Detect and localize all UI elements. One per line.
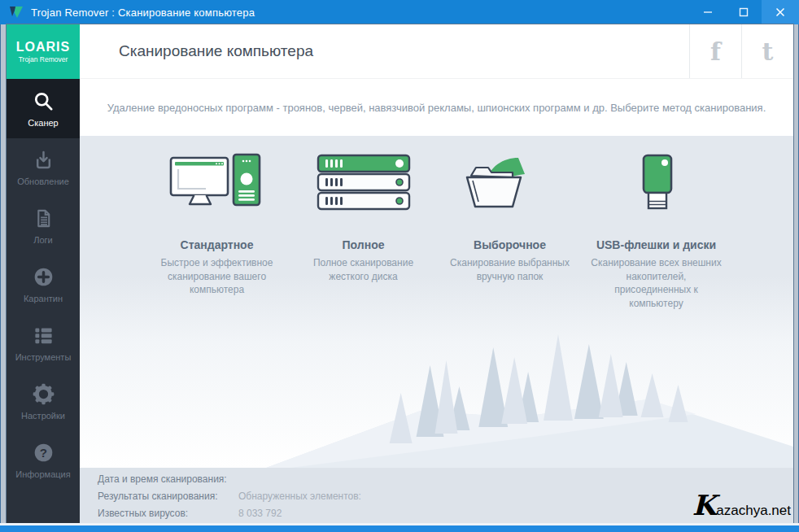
scan-option-custom[interactable]: Выборочное Сканирование выбранных вручну… [438,149,583,310]
folder-icon [438,149,583,217]
logo-subtitle: Trojan Remover [19,55,68,63]
window-controls [690,0,799,24]
maximize-button[interactable] [726,0,762,24]
sidebar-item-label: Логи [33,235,53,245]
page-title: Сканирование компьютера [80,42,313,60]
close-button[interactable] [762,0,799,24]
tools-icon [33,325,55,347]
download-icon [33,149,55,171]
app-logo-icon [8,4,24,20]
gear-icon [33,383,55,405]
sidebar-item-update[interactable]: Обновление [7,138,80,197]
sidebar-item-logs[interactable]: Логи [7,197,80,255]
minimize-button[interactable] [690,0,726,24]
scan-option-title: USB-флешки и диски [584,238,729,251]
scan-description-text: Удаление вредоносных программ - троянов,… [91,102,783,114]
info-icon: ? [33,442,55,464]
scan-options-row: Стандартное Быстрое и эффективное сканир… [80,136,793,310]
sidebar-item-label: Информация [15,469,70,479]
scan-option-full[interactable]: Полное Полное сканирование жесткого диск… [291,149,436,310]
sidebar-item-tools[interactable]: Инструменты [7,314,80,373]
scan-option-description: Быстрое и эффективное сканирование вашег… [145,256,290,297]
status-label: Результаты сканирования: [98,491,238,502]
scan-option-description: Сканирование выбранных вручную папок [438,256,583,283]
server-icon [291,149,436,217]
sidebar: LOARIS Trojan Remover Сканер [7,24,80,523]
scan-option-standard[interactable]: Стандартное Быстрое и эффективное сканир… [145,149,290,310]
usb-icon [584,149,729,217]
scan-option-usb[interactable]: USB-флешки и диски Сканирование всех вне… [584,149,729,310]
sidebar-item-quarantine[interactable]: Карантин [7,255,80,314]
status-label: Дата и время сканирования: [98,473,238,485]
twitter-icon[interactable]: t [741,24,793,78]
social-buttons: f t [689,24,793,78]
sidebar-item-info[interactable]: ? Информация [7,431,80,490]
logs-icon [33,207,55,229]
forest-silhouette-illustration [80,315,793,468]
quarantine-icon [33,266,55,288]
window-title: Trojan Remover : Сканирование компьютера [31,7,255,19]
scan-option-title: Стандартное [145,238,290,251]
app-window: Trojan Remover : Сканирование компьютера… [0,0,799,532]
logo-name: LOARIS [16,40,70,55]
sidebar-item-label: Обновление [17,177,69,186]
svg-text:?: ? [39,446,46,460]
sidebar-item-settings[interactable]: Настройки [7,373,80,431]
scan-methods-area: Стандартное Быстрое и эффективное сканир… [80,136,793,468]
scan-option-description: Сканирование всех внешних накопителей, п… [584,256,729,310]
sidebar-item-label: Сканер [28,118,58,128]
window-bottom-frame [0,523,799,532]
sidebar-item-label: Настройки [21,411,65,421]
facebook-icon[interactable]: f [689,24,741,78]
description-bar: Удаление вредоносных программ - троянов,… [80,79,793,136]
main-panel: Сканирование компьютера f t Удаление вре… [80,24,793,523]
title-bar: Trojan Remover : Сканирование компьютера [0,0,799,24]
sidebar-item-label: Карантин [24,294,63,303]
scan-option-title: Выборочное [438,238,583,251]
sidebar-item-label: Инструменты [15,352,72,362]
status-label: Известных вирусов: [98,508,238,519]
watermark: Kazachya.net [692,491,791,519]
computer-icon [145,149,290,217]
scan-option-description: Полное сканирование жесткого диска [291,256,436,283]
search-icon [33,90,55,112]
loaris-logo: LOARIS Trojan Remover [7,24,80,79]
scan-option-title: Полное [291,238,436,251]
sidebar-item-scanner[interactable]: Сканер [7,79,80,138]
scan-status-panel: Дата и время сканирования: Результаты ск… [80,468,793,523]
page-header: Сканирование компьютера f t [80,24,793,79]
